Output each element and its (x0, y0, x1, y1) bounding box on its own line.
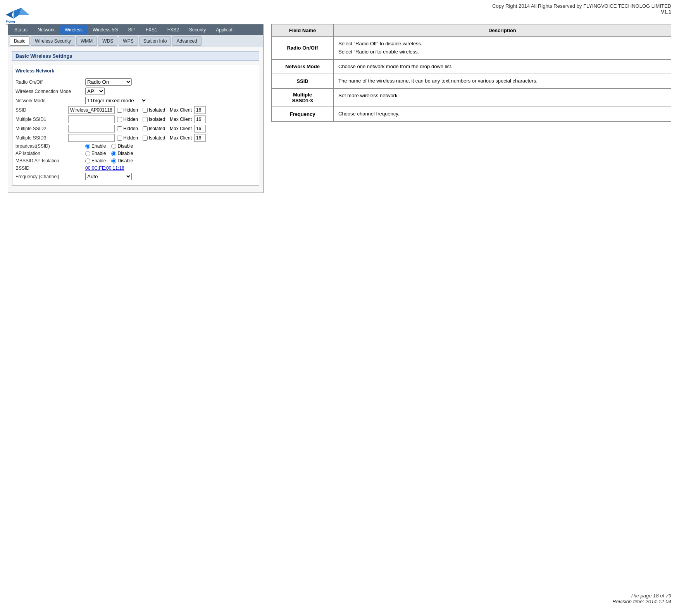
ssid-hidden-checkbox[interactable] (117, 108, 122, 113)
ssid-label: SSID (16, 107, 66, 113)
network-mode-label: Network Mode (16, 98, 85, 103)
multiple-ssid3-hidden-checkbox[interactable] (117, 136, 122, 141)
multiple-ssid1-isolated-label: Isolated (143, 117, 165, 122)
ap-isolation-enable-radio[interactable] (85, 151, 90, 156)
subnav-wds[interactable]: WDS (98, 36, 117, 46)
bssid-row: BSSID 00:0C:FE:00:11:18 (16, 165, 256, 171)
multiple-ssid3-max-client-label: Max Client (170, 135, 192, 141)
multiple-ssid3-max-client-input[interactable] (194, 134, 206, 142)
multiple-ssid1-label: Multiple SSID1 (16, 117, 66, 122)
mbssid-disable-label: Disable (111, 158, 133, 163)
multiple-ssid2-row: Multiple SSID2 Hidden Isolated Max Clien… (16, 125, 256, 132)
network-mode-row: Network Mode 11b/g/n mixed mode 11b only… (16, 97, 256, 104)
mbssid-enable-radio[interactable] (85, 158, 90, 163)
multiple-ssid2-input[interactable] (68, 125, 115, 132)
top-navbar: Status Network Wireless Wireless 5G SIP … (8, 24, 263, 35)
multiple-ssid3-hidden-label: Hidden (117, 135, 138, 141)
copyright-text: Copy Right 2014 All Rights Reserved by F… (8, 3, 671, 9)
nav-wireless5g[interactable]: Wireless 5G (88, 25, 122, 34)
field-network-mode: Network Mode (272, 59, 334, 74)
nav-applicat[interactable]: Applicat (211, 25, 237, 34)
field-frequency: Frequency (272, 107, 334, 122)
desc-frequency: Choose channel frequency. (334, 107, 671, 122)
radio-on-off-row: Radio On/Off Radio On Radio Off (16, 78, 256, 86)
multiple-ssid3-isolated-checkbox[interactable] (143, 136, 148, 141)
field-multiple-sssd: MultipleSSSD1-3 (272, 89, 334, 107)
frequency-channel-label: Frequency (Channel) (16, 174, 85, 179)
page-footer: The page 18 of 79 Revision time: 2014-12… (612, 593, 671, 604)
desc-multiple-sssd: Set more wireless network. (334, 89, 671, 107)
nav-security[interactable]: Security (184, 25, 210, 34)
subnav-wps[interactable]: WPS (119, 36, 138, 46)
page-header: Copy Right 2014 All Rights Reserved by F… (0, 0, 679, 16)
multiple-ssid2-hidden-label: Hidden (117, 126, 138, 131)
multiple-ssid2-max-client-input[interactable] (194, 125, 206, 132)
section-title: Wireless Network (16, 68, 256, 75)
svg-text:VoiceoverIP: VoiceoverIP (6, 23, 21, 25)
svg-marker-0 (6, 11, 14, 19)
bssid-label: BSSID (16, 165, 85, 171)
svg-text:Flying: Flying (6, 20, 15, 23)
wireless-network-section: Wireless Network Radio On/Off Radio On R… (12, 65, 259, 186)
router-ui-panel: Status Network Wireless Wireless 5G SIP … (8, 24, 264, 193)
mbssid-enable-label: Enable (85, 158, 106, 163)
page-info: The page 18 of 79 (612, 593, 671, 599)
broadcast-ssid-row: broadcast(SSID) Enable Disable (16, 143, 256, 149)
subnav-station-info[interactable]: Station Info (139, 36, 171, 46)
ap-isolation-disable-label: Disable (111, 151, 133, 156)
panel-title: Basic Wireless Settings (12, 51, 259, 61)
multiple-ssid3-input[interactable] (68, 134, 115, 142)
table-row: MultipleSSSD1-3 Set more wireless networ… (272, 89, 671, 107)
multiple-ssid1-max-client-input[interactable] (194, 115, 206, 123)
sub-navbar: Basic Wireless Security WMM WDS WPS Stat… (8, 35, 263, 47)
subnav-advanced[interactable]: Advanced (172, 36, 201, 46)
ssid-isolated-checkbox[interactable] (143, 108, 148, 113)
ap-isolation-row: AP Isolation Enable Disable (16, 151, 256, 156)
radio-on-off-select[interactable]: Radio On Radio Off (85, 78, 132, 86)
revision-time: Revision time: 2014-12-04 (612, 599, 671, 604)
ssid-input[interactable] (68, 106, 115, 114)
col-description: Description (334, 24, 671, 37)
multiple-ssid2-isolated-checkbox[interactable] (143, 126, 148, 131)
ap-isolation-enable-label: Enable (85, 151, 106, 156)
network-mode-select[interactable]: 11b/g/n mixed mode 11b only 11g only 11n… (85, 97, 147, 104)
mbssid-ap-isolation-label: MBSSID AP Isolation (16, 158, 85, 163)
subnav-wmm[interactable]: WMM (76, 36, 97, 46)
broadcast-disable-radio[interactable] (111, 144, 116, 149)
col-field-name: Field Name (272, 24, 334, 37)
multiple-ssid1-hidden-checkbox[interactable] (117, 117, 122, 122)
nav-status[interactable]: Status (10, 25, 32, 34)
multiple-ssid2-hidden-checkbox[interactable] (117, 126, 122, 131)
wireless-connection-mode-select[interactable]: AP Client Bridge (85, 88, 105, 95)
broadcast-enable-radio[interactable] (85, 144, 90, 149)
desc-radio-on-off: Select “Radio Off” to disable wireless. … (334, 37, 671, 60)
ssid-isolated-label: Isolated (143, 107, 165, 113)
desc-network-mode: Choose one network mode from the drop do… (334, 59, 671, 74)
subnav-basic[interactable]: Basic (10, 36, 29, 46)
ap-isolation-disable-radio[interactable] (111, 151, 116, 156)
mbssid-ap-isolation-row: MBSSID AP Isolation Enable Disable (16, 158, 256, 163)
multiple-ssid1-row: Multiple SSID1 Hidden Isolated Max Clien… (16, 115, 256, 123)
table-row: Frequency Choose channel frequency. (272, 107, 671, 122)
multiple-ssid1-isolated-checkbox[interactable] (143, 117, 148, 122)
subnav-wireless-security[interactable]: Wireless Security (31, 36, 75, 46)
nav-wireless[interactable]: Wireless (60, 25, 87, 34)
nav-fxs2[interactable]: FXS2 (163, 25, 184, 34)
logo: Flying VoiceoverIP (4, 4, 31, 25)
mbssid-disable-radio[interactable] (111, 158, 116, 163)
nav-sip[interactable]: SIP (123, 25, 140, 34)
multiple-ssid2-label: Multiple SSID2 (16, 126, 66, 131)
multiple-ssid1-hidden-label: Hidden (117, 117, 138, 122)
table-row: Network Mode Choose one network mode fro… (272, 59, 671, 74)
ssid-max-client-input[interactable] (194, 106, 206, 114)
frequency-channel-select[interactable]: Auto 123 456 789 1011 (85, 173, 132, 180)
broadcast-ssid-label: broadcast(SSID) (16, 143, 85, 149)
multiple-ssid3-row: Multiple SSID3 Hidden Isolated Max Clien… (16, 134, 256, 142)
nav-network[interactable]: Network (33, 25, 59, 34)
nav-fxs1[interactable]: FXS1 (141, 25, 162, 34)
table-row: SSID The name of the wireless name, it c… (272, 74, 671, 89)
multiple-ssid2-isolated-label: Isolated (143, 126, 165, 131)
version-text: V1.1 (8, 9, 671, 15)
table-row: Radio On/Off Select “Radio Off” to disab… (272, 37, 671, 60)
multiple-ssid1-input[interactable] (68, 115, 115, 123)
